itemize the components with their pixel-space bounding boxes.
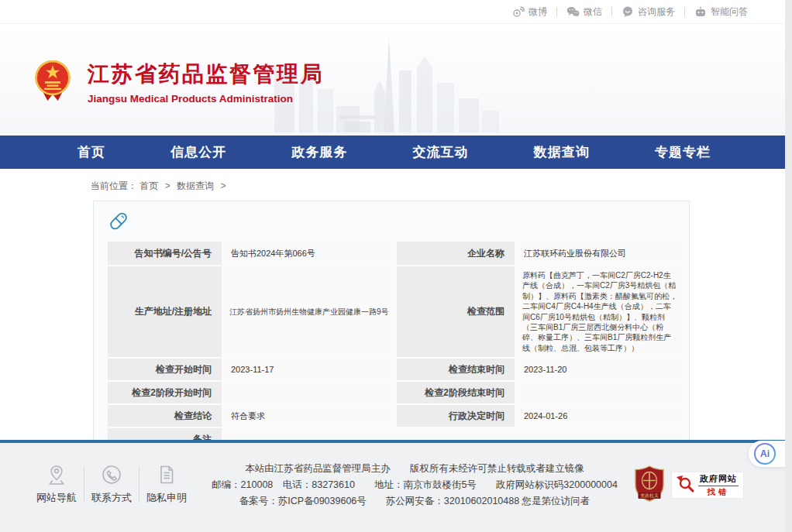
field-value: 江苏省扬州市扬州生物健康产业园健康一路9号: [223, 266, 395, 357]
footer-line-contact: 邮编：210008 电话：83273610 地址：南京市鼓楼街5号 政府网站标识…: [198, 477, 632, 493]
document-icon: [139, 464, 194, 486]
table-row: 检查开始时间 2023-11-17 检查结束时间 2023-11-20: [108, 359, 684, 380]
field-label: 检查结束时间: [397, 359, 515, 380]
topbar: 微博 微信 咨询服务 智能问答: [0, 0, 785, 23]
ai-assistant-button[interactable]: Ai: [754, 443, 776, 465]
divider: [684, 7, 685, 16]
field-value: 2023-11-17: [223, 359, 395, 380]
magnifier-icon: [675, 474, 695, 497]
topbar-label: 微信: [584, 5, 602, 19]
topbar-label: 咨询服务: [638, 5, 675, 19]
breadcrumb: 当前位置： 首页 > 数据查询 >: [0, 169, 785, 201]
table-row: 检查2阶段开始时间 检查2阶段结束时间: [108, 382, 684, 403]
wechat-icon: [566, 6, 580, 17]
party-gov-shield-badge[interactable]: 党政机关: [634, 465, 665, 505]
robot-qa-icon: [694, 6, 707, 17]
pill-capsule-icon: [108, 211, 677, 235]
topbar-item-smart-qa[interactable]: 智能问答: [694, 5, 748, 19]
site-title: 江苏省药品监督管理局: [88, 60, 324, 89]
footer-link-privacy[interactable]: 隐私申明: [139, 464, 194, 505]
field-label: 检查开始时间: [108, 359, 222, 380]
brand[interactable]: 江苏省药品监督管理局 Jiangsu Medical Products Admi…: [34, 58, 324, 105]
footer-link-label: 隐私申明: [139, 491, 194, 505]
nav-item-info-disclosure[interactable]: 信息公开: [170, 143, 226, 161]
national-emblem-logo: [34, 58, 71, 105]
field-label: 行政决定时间: [397, 405, 515, 427]
gov-find-title: 政府网站: [698, 473, 739, 486]
footer-link-label: 联系方式: [84, 491, 139, 505]
divider: [556, 7, 557, 16]
footer-links: 网站导航 联系方式: [29, 464, 194, 505]
field-value: 2023-11-20: [516, 359, 684, 380]
gov-site-find-error-badge[interactable]: 政府网站 找错: [672, 472, 743, 498]
field-value: 符合要求: [223, 405, 395, 427]
map-pin-icon: [29, 464, 84, 486]
phone-icon: [84, 464, 139, 486]
weibo-icon: [512, 6, 525, 17]
main-nav: 首页 信息公开 政务服务 交流互动 数据查询 专题专栏: [0, 136, 785, 169]
field-value: 原料药【曲克芦丁，一车间C2厂房C2-H2生产线（合成），一车间C2厂房3号精烘…: [516, 266, 684, 357]
ai-assistant-label: Ai: [756, 444, 774, 463]
footer-badges: 党政机关 政府网站 找错: [634, 465, 743, 505]
footer-info: 本站由江苏省药品监督管理局主办 版权所有未经许可禁止转载或者建立镜像 邮编：21…: [198, 461, 632, 510]
site-header: 江苏省药品监督管理局 Jiangsu Medical Products Admi…: [0, 23, 785, 136]
breadcrumb-separator: >: [220, 180, 226, 191]
divider: [611, 7, 612, 16]
gov-find-texts: 政府网站 找错: [698, 473, 739, 498]
field-label: 告知书编号/公告号: [108, 242, 222, 265]
site-footer: 网站导航 联系方式: [0, 440, 785, 532]
breadcrumb-link-data-query[interactable]: 数据查询: [177, 180, 214, 191]
topbar-label: 智能问答: [711, 5, 748, 19]
site-subtitle: Jiangsu Medical Products Administration: [88, 93, 324, 105]
chat-service-icon: [622, 6, 634, 17]
nav-item-special-columns[interactable]: 专题专栏: [655, 143, 711, 161]
footer-link-contact[interactable]: 联系方式: [84, 464, 139, 505]
footer-line-icp: 备案号：苏ICP备09039606号 苏公网安备：32010602010488 …: [198, 493, 632, 510]
field-label: 检查结论: [108, 405, 222, 427]
topbar-label: 微博: [529, 5, 547, 19]
nav-item-gov-services[interactable]: 政务服务: [291, 143, 347, 161]
topbar-item-weibo[interactable]: 微博: [512, 5, 547, 19]
page: 微博 微信 咨询服务 智能问答: [0, 0, 785, 532]
nav-item-home[interactable]: 首页: [77, 143, 105, 161]
footer-line-host: 本站由江苏省药品监督管理局主办 版权所有未经许可禁止转载或者建立镜像: [198, 461, 632, 477]
field-value: 江苏联环药业股份有限公司: [516, 242, 684, 265]
gov-find-subtitle: 找错: [698, 487, 739, 498]
inspection-table: 告知书编号/公告号 告知书2024年第066号 企业名称 江苏联环药业股份有限公…: [106, 240, 686, 451]
field-label: 检查2阶段开始时间: [108, 382, 222, 403]
field-value: [223, 382, 395, 403]
field-value: 告知书2024年第066号: [223, 242, 395, 265]
footer-link-label: 网站导航: [29, 491, 84, 505]
field-label: 企业名称: [397, 242, 515, 265]
shield-badge-text: 党政机关: [640, 493, 659, 499]
nav-item-data-query[interactable]: 数据查询: [534, 143, 590, 161]
field-value: 2024-01-26: [516, 405, 684, 427]
table-row: 生产地址/注册地址 江苏省扬州市扬州生物健康产业园健康一路9号 检查范围 原料药…: [108, 266, 684, 357]
inspection-detail-panel: 告知书编号/公告号 告知书2024年第066号 企业名称 江苏联环药业股份有限公…: [93, 201, 690, 460]
field-value: [516, 382, 684, 403]
brand-text: 江苏省药品监督管理局 Jiangsu Medical Products Admi…: [88, 60, 324, 105]
topbar-item-consult[interactable]: 咨询服务: [622, 5, 675, 19]
breadcrumb-separator: >: [165, 180, 170, 191]
field-label: 检查2阶段结束时间: [397, 382, 515, 403]
topbar-item-wechat[interactable]: 微信: [566, 5, 602, 19]
nav-item-interaction[interactable]: 交流互动: [413, 143, 469, 161]
field-label: 检查范围: [397, 266, 515, 357]
breadcrumb-link-home[interactable]: 首页: [139, 180, 158, 191]
table-row: 检查结论 符合要求 行政决定时间 2024-01-26: [108, 405, 684, 427]
table-row: 告知书编号/公告号 告知书2024年第066号 企业名称 江苏联环药业股份有限公…: [108, 242, 684, 265]
field-label: 生产地址/注册地址: [108, 266, 222, 357]
footer-link-site-map[interactable]: 网站导航: [29, 464, 84, 505]
ai-assistant-tab: Ai: [749, 441, 785, 467]
breadcrumb-prefix: 当前位置：: [91, 180, 137, 191]
